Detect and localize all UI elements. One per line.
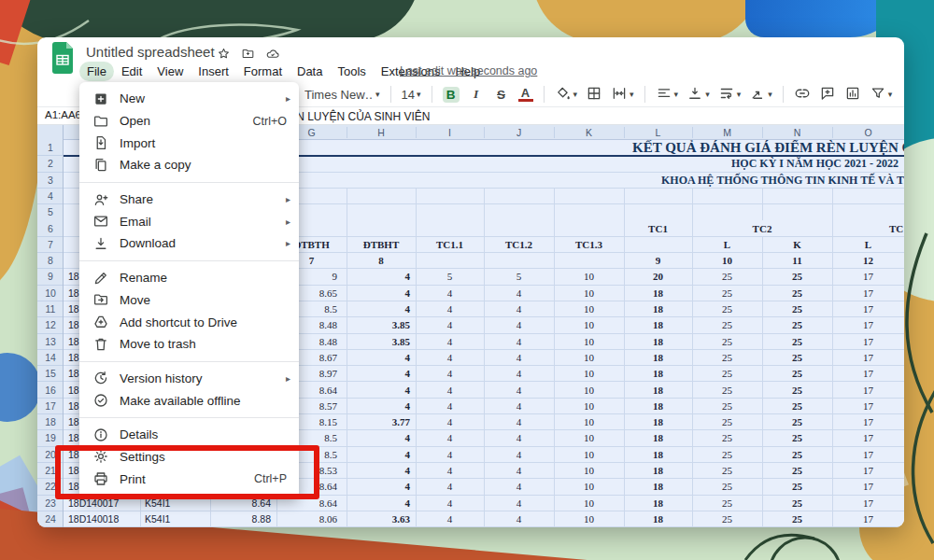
cell-N9[interactable]: 25 [762, 269, 832, 285]
cell-N11[interactable]: 25 [762, 301, 832, 317]
cell-J24[interactable]: 4 [484, 511, 554, 527]
cell-N17[interactable]: 25 [762, 399, 832, 414]
cell-H19[interactable]: 4 [347, 430, 416, 446]
cell-M7[interactable]: L [692, 237, 762, 253]
menu-data[interactable]: Data [290, 62, 330, 81]
cell-N18[interactable]: 25 [762, 414, 832, 430]
cell-K15[interactable]: 10 [554, 366, 624, 382]
file-menu-item-move-to-trash[interactable]: Move to trash [79, 333, 299, 356]
cell-K14[interactable]: 10 [554, 350, 624, 366]
cell-N13[interactable]: 25 [762, 334, 832, 350]
cell-I20[interactable]: 4 [416, 447, 484, 463]
row-header-13[interactable]: 13 [37, 334, 64, 350]
cell-K13[interactable]: 10 [554, 334, 624, 350]
cell-I23[interactable]: 4 [416, 496, 484, 511]
row-header-3[interactable]: 3 [37, 173, 64, 189]
move-folder-icon[interactable] [241, 47, 255, 61]
row-header-9[interactable]: 9 [37, 269, 64, 285]
cell-J14[interactable]: 4 [484, 350, 554, 366]
cell-L8[interactable]: 9 [624, 253, 692, 269]
cell-G24[interactable]: 8.06 [276, 511, 347, 527]
cell-N8[interactable]: 11 [762, 253, 832, 269]
cell-M11[interactable]: 25 [692, 301, 762, 317]
cell-I24[interactable]: 4 [416, 511, 484, 527]
cell-K12[interactable]: 10 [554, 317, 624, 333]
cell-H15[interactable]: 4 [347, 366, 416, 382]
cell-M20[interactable]: 25 [692, 447, 762, 463]
row-header-2[interactable]: 2 [37, 156, 64, 172]
cell-J10[interactable]: 4 [484, 286, 554, 301]
file-menu-item-make-a-copy[interactable]: Make a copy [79, 154, 299, 176]
cell-L22[interactable]: 18 [624, 479, 692, 495]
text-color-button[interactable]: A [518, 87, 533, 102]
cell-K18[interactable]: 10 [554, 414, 624, 430]
cell-O14[interactable]: 17 [832, 350, 904, 366]
cell-O18[interactable]: 17 [832, 414, 904, 430]
cell-K7[interactable]: TC1.3 [554, 237, 624, 253]
cell-J18[interactable]: 4 [484, 414, 554, 430]
file-menu-item-share[interactable]: Share▸ [79, 189, 299, 211]
cell-F24[interactable]: 8.88 [210, 511, 276, 527]
cell-L15[interactable]: 18 [624, 366, 692, 382]
cell-O9[interactable]: 17 [832, 269, 904, 285]
row-header-1[interactable]: 1 [37, 140, 64, 156]
cell-I9[interactable]: 5 [416, 269, 484, 285]
cell-I17[interactable]: 4 [416, 399, 484, 414]
cell-H7[interactable]: ĐTBHT [347, 237, 416, 253]
vertical-align-icon[interactable]: ▾ [686, 85, 710, 105]
cell-H18[interactable]: 3.77 [347, 414, 416, 430]
cell-O11[interactable]: 17 [832, 301, 904, 317]
menu-file[interactable]: File [79, 62, 114, 81]
cell-C24[interactable]: K54I1 [140, 511, 210, 527]
bold-button[interactable]: B [443, 87, 460, 103]
cell-N24[interactable]: 25 [762, 511, 832, 527]
column-header-L[interactable]: L [624, 125, 692, 140]
cell-O24[interactable]: 17 [832, 511, 904, 527]
cell-I7[interactable]: TC1.1 [416, 237, 484, 253]
chart-icon[interactable] [844, 85, 861, 105]
cell-M12[interactable]: 25 [692, 317, 762, 333]
cell-H16[interactable]: 4 [347, 383, 416, 399]
cell-I11[interactable]: 4 [416, 301, 484, 317]
cell-M14[interactable]: 25 [692, 350, 762, 366]
cell-K19[interactable]: 10 [554, 430, 624, 446]
cell-I14[interactable]: 4 [416, 350, 484, 366]
cell-L23[interactable]: 18 [624, 496, 692, 511]
cell-N21[interactable]: 25 [762, 463, 832, 479]
star-icon[interactable] [217, 47, 231, 61]
cell-O22[interactable]: 17 [832, 479, 904, 495]
file-menu-item-email[interactable]: Email▸ [79, 210, 299, 232]
cell-TC3-group[interactable]: TC [889, 221, 904, 237]
horizontal-align-icon[interactable]: ▾ [656, 85, 679, 105]
row-header-14[interactable]: 14 [37, 350, 64, 366]
cell-M17[interactable]: 25 [692, 399, 762, 414]
cell-I19[interactable]: 4 [416, 430, 484, 446]
menu-format[interactable]: Format [236, 62, 290, 81]
cell-J23[interactable]: 4 [484, 496, 554, 511]
column-header-M[interactable]: M [692, 125, 762, 140]
cell-N19[interactable]: 25 [762, 430, 832, 446]
cell-N23[interactable]: 25 [762, 496, 832, 511]
cell-H10[interactable]: 4 [347, 286, 416, 301]
cell-K21[interactable]: 10 [554, 463, 624, 479]
cell-H21[interactable]: 4 [347, 463, 416, 479]
cell-K24[interactable]: 10 [554, 511, 624, 527]
cell-J15[interactable]: 4 [484, 366, 554, 382]
cell-K16[interactable]: 10 [554, 383, 624, 399]
menu-edit[interactable]: Edit [114, 62, 149, 81]
cell-O16[interactable]: 17 [832, 383, 904, 399]
cell-L11[interactable]: 18 [624, 301, 692, 317]
cell-L14[interactable]: 18 [624, 350, 692, 366]
comment-icon[interactable] [819, 85, 836, 105]
cell-J21[interactable]: 4 [484, 463, 554, 479]
cell-H8[interactable]: 8 [347, 253, 416, 269]
strikethrough-button[interactable]: S [493, 88, 510, 102]
cell-M16[interactable]: 25 [692, 383, 762, 399]
cell-I10[interactable]: 4 [416, 286, 484, 301]
cell-O15[interactable]: 17 [832, 366, 904, 382]
cell-H9[interactable]: 4 [347, 269, 416, 285]
cell-M24[interactable]: 25 [692, 511, 762, 527]
cell-K11[interactable]: 10 [554, 301, 624, 317]
cell-O19[interactable]: 17 [832, 430, 904, 446]
cell-O7[interactable]: L [832, 237, 904, 253]
